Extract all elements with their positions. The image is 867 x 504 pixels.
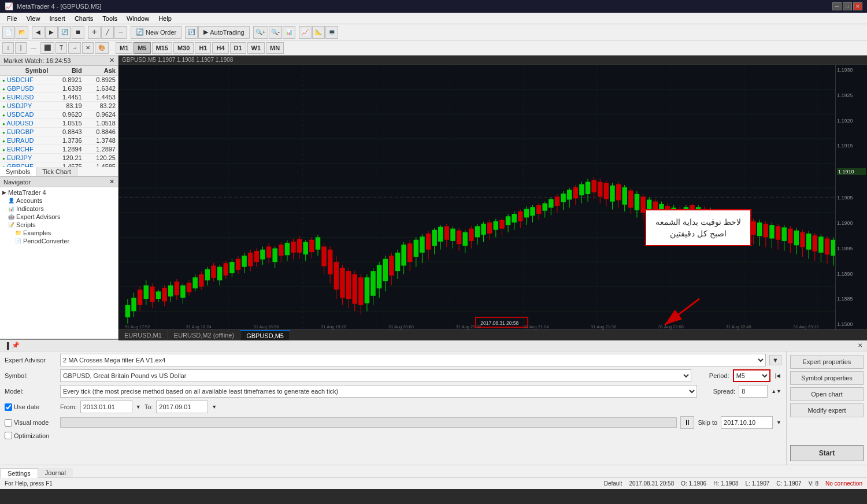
tb-objects[interactable]: 📐: [312, 26, 325, 39]
strategy-tester-pin[interactable]: 📌: [12, 342, 20, 349]
tf-m15[interactable]: M15: [152, 42, 172, 54]
tb-terminal[interactable]: 💻: [325, 26, 338, 39]
market-row[interactable]: ● EURGBP 0.8843 0.8846: [0, 128, 118, 136]
skip-to-cal[interactable]: ▼: [776, 420, 781, 425]
nav-item-expert-advisors[interactable]: 🤖Expert Advisors: [1, 213, 117, 221]
nav-item-metatrader-4[interactable]: ▶MetaTrader 4: [1, 188, 117, 197]
visual-mode-checkbox[interactable]: [5, 419, 12, 427]
tb-zoom-out[interactable]: 🔍-: [269, 26, 282, 39]
tb2-text[interactable]: T: [55, 42, 67, 54]
pause-button[interactable]: ⏸: [680, 416, 694, 429]
tb-indicators[interactable]: 📈: [299, 26, 312, 39]
navigator-close[interactable]: ✕: [109, 178, 114, 186]
period-select[interactable]: M5 M1 M15 H1: [733, 369, 770, 382]
tb-chart-refresh[interactable]: 🔃: [185, 26, 198, 39]
svg-rect-80: [303, 242, 308, 254]
modify-expert-button[interactable]: Modify expert: [790, 403, 864, 417]
from-input[interactable]: [80, 401, 132, 413]
expert-btn[interactable]: ▼: [769, 355, 781, 365]
col-bid: Bid: [50, 66, 84, 76]
market-row[interactable]: ● USDCAD 0.9620 0.9624: [0, 110, 118, 119]
menu-insert[interactable]: Insert: [45, 14, 70, 23]
tab-symbols[interactable]: Symbols: [0, 167, 36, 176]
tab-tick-chart[interactable]: Tick Chart: [36, 167, 77, 176]
market-watch-close[interactable]: ✕: [109, 57, 114, 64]
tb-zoom-in[interactable]: 🔍+: [253, 26, 268, 39]
tf-m30[interactable]: M30: [173, 42, 194, 54]
chart-tab-gbpusdm5[interactable]: GBPUSD,M5: [240, 330, 290, 340]
tf-m1[interactable]: M1: [116, 42, 132, 54]
tb-back[interactable]: ◀: [32, 26, 45, 39]
nav-item-accounts[interactable]: 👤Accounts: [1, 197, 117, 205]
tb-line[interactable]: ╱: [101, 26, 114, 39]
period-cursor[interactable]: |◀: [774, 373, 781, 379]
to-input[interactable]: [156, 401, 208, 413]
market-row[interactable]: ● USDJPY 83.19 83.22: [0, 102, 118, 110]
open-chart-button[interactable]: Open chart: [790, 387, 864, 401]
svg-rect-174: [591, 180, 596, 192]
tf-mn[interactable]: MN: [266, 42, 284, 54]
nav-item-periodconverter[interactable]: 📄PeriodConverter: [1, 237, 117, 245]
market-row[interactable]: ● EURAUD 1.3736 1.3748: [0, 136, 118, 145]
nav-item-indicators[interactable]: 📊Indicators: [1, 205, 117, 213]
market-row[interactable]: ● EURJPY 120.21 120.25: [0, 154, 118, 162]
tb2-line[interactable]: |: [15, 42, 27, 54]
tb-candle[interactable]: 📊: [283, 26, 295, 39]
nav-item-examples[interactable]: 📁Examples: [1, 229, 117, 237]
market-row[interactable]: ● GBPUSD 1.6339 1.6342: [0, 84, 118, 93]
tf-d1[interactable]: D1: [230, 42, 246, 54]
market-row[interactable]: ● AUDUSD 1.0515 1.0518: [0, 119, 118, 128]
start-button[interactable]: Start: [790, 445, 864, 461]
use-date-checkbox[interactable]: [5, 403, 12, 411]
ea-dropdown[interactable]: 2 MA Crosses Mega filter EA V1.ex4: [60, 354, 766, 366]
autotrading-button[interactable]: ▶ AutoTrading: [198, 26, 250, 39]
tb-hline[interactable]: ─: [114, 26, 127, 39]
tf-w1[interactable]: W1: [247, 42, 265, 54]
tb2-delete[interactable]: ✕: [82, 42, 94, 54]
tb2-color[interactable]: 🎨: [95, 42, 109, 54]
tf-m5[interactable]: M5: [134, 42, 150, 54]
minimize-button[interactable]: ─: [832, 2, 842, 10]
st-tab-settings[interactable]: Settings: [0, 468, 38, 478]
tf-h1[interactable]: H1: [195, 42, 211, 54]
expert-properties-button[interactable]: Expert properties: [790, 355, 864, 369]
chart-tab-eurusdm1[interactable]: EURUSD,M1: [118, 331, 168, 340]
tb-refresh[interactable]: 🔄: [58, 26, 71, 39]
strategy-tester-close[interactable]: ✕: [858, 342, 862, 349]
menu-window[interactable]: Window: [122, 14, 154, 23]
st-tab-journal[interactable]: Journal: [38, 468, 73, 477]
market-row[interactable]: ● EURCHF 1.2894 1.2897: [0, 145, 118, 154]
tb2-cursor[interactable]: ↕: [2, 42, 14, 54]
menu-help[interactable]: Help: [154, 14, 176, 23]
tb2-period[interactable]: ⬛: [40, 42, 54, 54]
new-order-button[interactable]: 🔄 New Order: [131, 26, 181, 39]
from-cal[interactable]: ▼: [136, 404, 141, 410]
spread-input[interactable]: [739, 385, 768, 398]
maximize-button[interactable]: □: [843, 2, 852, 10]
optimization-checkbox[interactable]: [5, 432, 12, 439]
market-row[interactable]: ● GBPCHF 1.4575 1.4585: [0, 162, 118, 168]
menu-tools[interactable]: Tools: [98, 14, 122, 23]
menu-view[interactable]: View: [22, 14, 45, 23]
market-row[interactable]: ● USDCHF 0.8921 0.8925: [0, 76, 118, 84]
market-row[interactable]: ● EURUSD 1.4451 1.4453: [0, 93, 118, 102]
visual-slider[interactable]: [60, 417, 677, 428]
tb2-arrow[interactable]: →: [68, 42, 81, 54]
tb-stop[interactable]: ⏹: [72, 26, 84, 39]
close-button[interactable]: ✕: [853, 2, 862, 10]
model-dropdown[interactable]: Every tick (the most precise method base…: [60, 385, 697, 398]
tf-h4[interactable]: H4: [212, 42, 228, 54]
spread-spinner[interactable]: ▲▼: [771, 388, 781, 394]
nav-item-scripts[interactable]: 📝Scripts: [1, 221, 117, 229]
tb-crosshair[interactable]: ✛: [88, 26, 101, 39]
menu-file[interactable]: File: [2, 14, 22, 23]
chart-tab-eurusdm2[interactable]: EURUSD,M2 (offline): [168, 331, 240, 340]
tb-open-btn[interactable]: 📂: [16, 26, 28, 39]
symbol-properties-button[interactable]: Symbol properties: [790, 371, 864, 385]
tb-new-btn[interactable]: 📄: [2, 26, 15, 39]
skip-to-input[interactable]: [721, 416, 773, 429]
menu-charts[interactable]: Charts: [70, 14, 98, 23]
symbol-dropdown[interactable]: GBPUSD, Great Britain Pound vs US Dollar: [60, 369, 691, 382]
to-cal[interactable]: ▼: [212, 404, 217, 410]
tb-forward[interactable]: ▶: [45, 26, 58, 39]
